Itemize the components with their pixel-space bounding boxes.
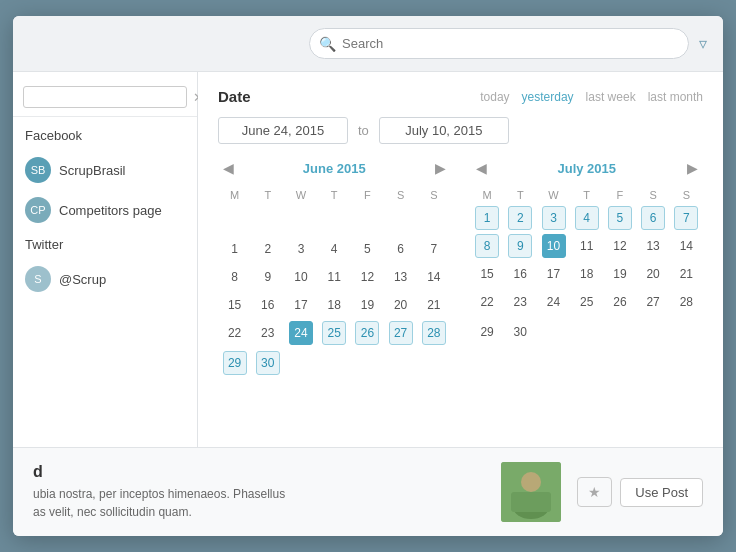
sidebar-item-twitter[interactable]: Twitter bbox=[13, 230, 197, 259]
table-row[interactable]: 15 bbox=[471, 260, 504, 288]
table-row[interactable]: 9 bbox=[504, 232, 537, 260]
sidebar-item-competitors[interactable]: CP Competitors page bbox=[13, 190, 197, 230]
cal-header-june: ◀ June 2015 ▶ bbox=[218, 158, 451, 178]
weekday-M1: M bbox=[218, 186, 251, 204]
table-row[interactable]: 7 bbox=[417, 235, 450, 263]
cal-prev-june[interactable]: ◀ bbox=[218, 158, 239, 178]
table-row[interactable]: 20 bbox=[384, 291, 417, 319]
table-row[interactable]: 30 bbox=[251, 347, 284, 378]
table-row[interactable]: 23 bbox=[251, 319, 284, 347]
table-row[interactable]: 22 bbox=[471, 288, 504, 316]
sidebar-item-scrupbrasil[interactable]: SB ScrupBrasil bbox=[13, 150, 197, 190]
table-row[interactable]: 10 bbox=[284, 263, 317, 291]
table-row[interactable]: 18 bbox=[318, 291, 351, 319]
table-row[interactable]: 11 bbox=[318, 263, 351, 291]
table-row[interactable]: 17 bbox=[284, 291, 317, 319]
table-row[interactable]: 29 bbox=[471, 316, 504, 347]
table-row[interactable]: 22 bbox=[218, 319, 251, 347]
post-title: d bbox=[33, 463, 485, 481]
table-row[interactable]: 16 bbox=[504, 260, 537, 288]
table-row[interactable]: 7 bbox=[670, 204, 703, 232]
table-row[interactable]: 14 bbox=[417, 263, 450, 291]
quick-link-today[interactable]: today bbox=[480, 90, 509, 104]
cal-next-july[interactable]: ▶ bbox=[682, 158, 703, 178]
main-content: ✕ all none Facebook SB ScrupBrasil CP Co… bbox=[13, 72, 723, 447]
table-row[interactable]: 19 bbox=[603, 260, 636, 288]
quick-link-last-month[interactable]: last month bbox=[648, 90, 703, 104]
table-row[interactable]: 12 bbox=[603, 232, 636, 260]
table-row[interactable]: 14 bbox=[670, 232, 703, 260]
table-row[interactable]: 24 bbox=[537, 288, 570, 316]
table-row[interactable]: 12 bbox=[351, 263, 384, 291]
table-row bbox=[218, 204, 251, 235]
table-row[interactable]: 25 bbox=[318, 319, 351, 347]
table-row[interactable]: 1 bbox=[218, 235, 251, 263]
table-row[interactable]: 26 bbox=[351, 319, 384, 347]
table-row[interactable]: 20 bbox=[637, 260, 670, 288]
quick-link-yesterday[interactable]: yesterday bbox=[522, 90, 574, 104]
table-row[interactable]: 6 bbox=[384, 235, 417, 263]
table-row[interactable]: 18 bbox=[570, 260, 603, 288]
table-row[interactable]: 21 bbox=[417, 291, 450, 319]
sidebar-item-atscrup[interactable]: S @Scrup bbox=[13, 259, 197, 299]
table-row bbox=[351, 204, 384, 235]
search-input[interactable] bbox=[309, 28, 689, 59]
table-row[interactable]: 9 bbox=[251, 263, 284, 291]
table-row[interactable]: 28 bbox=[670, 288, 703, 316]
table-row[interactable]: 5 bbox=[351, 235, 384, 263]
date-from-input[interactable] bbox=[218, 117, 348, 144]
filter-button[interactable]: ▿ bbox=[699, 34, 707, 53]
quick-link-last-week[interactable]: last week bbox=[586, 90, 636, 104]
table-row[interactable]: 19 bbox=[351, 291, 384, 319]
table-row[interactable]: 29 bbox=[218, 347, 251, 378]
table-row[interactable]: 24 bbox=[284, 319, 317, 347]
table-row bbox=[384, 347, 417, 378]
table-row[interactable]: 6 bbox=[637, 204, 670, 232]
table-row[interactable]: 11 bbox=[570, 232, 603, 260]
table-row[interactable]: 2 bbox=[251, 235, 284, 263]
table-row[interactable]: 21 bbox=[670, 260, 703, 288]
weekday-S4: S bbox=[670, 186, 703, 204]
table-row[interactable]: 26 bbox=[603, 288, 636, 316]
table-row[interactable]: 27 bbox=[637, 288, 670, 316]
table-row[interactable]: 8 bbox=[471, 232, 504, 260]
use-post-button[interactable]: Use Post bbox=[620, 478, 703, 507]
sidebar-item-label: Facebook bbox=[25, 128, 82, 143]
sidebar-item-facebook[interactable]: Facebook bbox=[13, 121, 197, 150]
sidebar-label-atscrup: @Scrup bbox=[59, 272, 106, 287]
cal-next-june[interactable]: ▶ bbox=[430, 158, 451, 178]
cal-prev-july[interactable]: ◀ bbox=[471, 158, 492, 178]
table-row[interactable]: 30 bbox=[504, 316, 537, 347]
weekday-S1: S bbox=[384, 186, 417, 204]
table-row[interactable]: 3 bbox=[537, 204, 570, 232]
sidebar-label-competitors: Competitors page bbox=[59, 203, 162, 218]
table-row[interactable]: 16 bbox=[251, 291, 284, 319]
post-image bbox=[501, 462, 561, 522]
sidebar-search-input[interactable] bbox=[23, 86, 187, 108]
table-row bbox=[637, 316, 670, 347]
avatar-competitors: CP bbox=[25, 197, 51, 223]
table-row[interactable]: 17 bbox=[537, 260, 570, 288]
table-row[interactable]: 8 bbox=[218, 263, 251, 291]
star-button[interactable]: ★ bbox=[577, 477, 612, 507]
cal-header-july: ◀ July 2015 ▶ bbox=[471, 158, 704, 178]
weekday-S2: S bbox=[417, 186, 450, 204]
table-row[interactable]: 10 bbox=[537, 232, 570, 260]
table-row[interactable]: 3 bbox=[284, 235, 317, 263]
table-row[interactable]: 4 bbox=[318, 235, 351, 263]
date-to-input[interactable] bbox=[379, 117, 509, 144]
table-row[interactable]: 1 bbox=[471, 204, 504, 232]
table-row bbox=[351, 347, 384, 378]
table-row[interactable]: 28 bbox=[417, 319, 450, 347]
weekday-F2: F bbox=[603, 186, 636, 204]
table-row[interactable]: 13 bbox=[637, 232, 670, 260]
table-row[interactable]: 27 bbox=[384, 319, 417, 347]
table-row[interactable]: 23 bbox=[504, 288, 537, 316]
table-row[interactable]: 25 bbox=[570, 288, 603, 316]
table-row[interactable]: 13 bbox=[384, 263, 417, 291]
table-row[interactable]: 4 bbox=[570, 204, 603, 232]
post-body-line1: ubia nostra, per inceptos himenaeos. Pha… bbox=[33, 485, 485, 503]
table-row[interactable]: 15 bbox=[218, 291, 251, 319]
table-row[interactable]: 5 bbox=[603, 204, 636, 232]
table-row[interactable]: 2 bbox=[504, 204, 537, 232]
